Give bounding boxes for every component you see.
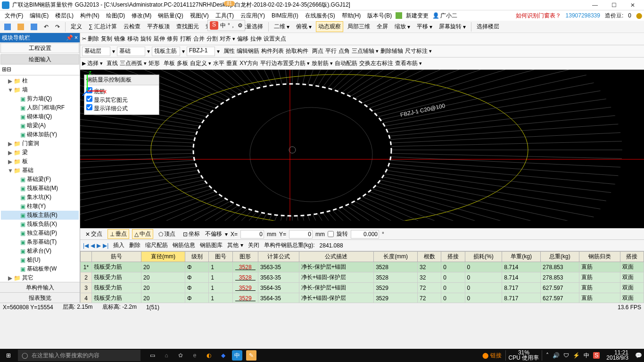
- taskbar-app-4[interactable]: ◆: [218, 350, 228, 361]
- ime-settings-icon[interactable]: ⚙: [238, 22, 243, 29]
- two-point-button[interactable]: 两点: [312, 47, 323, 55]
- multi-board-button[interactable]: 多板: [177, 59, 188, 67]
- rotate-input[interactable]: [351, 230, 379, 239]
- report-preview-button[interactable]: 报表预览: [0, 292, 80, 303]
- rebar-grid[interactable]: 筋号直径(mm)级别图号图形计算公式公式描述长度(mm)根数搭接损耗(%)单重(…: [80, 251, 644, 303]
- tree-node[interactable]: ▼📁基础: [1, 166, 79, 175]
- tray-clock[interactable]: 11:21 2018/9/3: [603, 350, 631, 361]
- trim-button[interactable]: 修剪: [167, 35, 178, 43]
- prev-record-button[interactable]: ◀: [91, 242, 95, 249]
- last-record-button[interactable]: ▶|: [103, 242, 108, 249]
- split-button[interactable]: 分割: [206, 35, 218, 43]
- component-tree[interactable]: ▶📁柱▼📁墙▣剪力墙(Q)▣人防门框墙(RF▣砌体墙(Q)▣暗梁(A)▣砌体加筋…: [0, 75, 80, 282]
- stretch-button[interactable]: 拉伸: [250, 35, 262, 43]
- component-type-combo[interactable]: 筏板主筋: [152, 47, 180, 56]
- rotate-check[interactable]: [328, 231, 334, 237]
- three-point-axis-button[interactable]: 三点辅轴 ▾: [352, 47, 379, 55]
- vertical-button[interactable]: 垂直: [226, 59, 238, 67]
- view-rebar-layout-button[interactable]: 查看布筋 ▾: [395, 59, 422, 67]
- extend-button[interactable]: 延伸: [154, 35, 165, 43]
- tree-node[interactable]: ▼📁墙: [1, 85, 79, 94]
- tip-link[interactable]: 如何识别门窗表？: [516, 12, 561, 20]
- menu-component[interactable]: 构件(N): [77, 11, 102, 21]
- menu-tool[interactable]: 工具(T): [213, 11, 237, 21]
- close-rebar-button[interactable]: 关闭: [248, 241, 259, 249]
- grip-button[interactable]: 设置夹点: [264, 35, 286, 43]
- taskbar-search[interactable]: ◯ 在这里输入你要搜索的内容: [18, 350, 140, 361]
- ime-toolbar[interactable]: S 中 °， ⚙: [207, 20, 245, 31]
- fullscreen-button[interactable]: 全屏: [374, 21, 390, 32]
- pin-icon[interactable]: 📌 ×: [66, 34, 78, 41]
- layer-combo[interactable]: 基础层: [82, 47, 110, 56]
- menu-version[interactable]: 版本号(B): [364, 11, 395, 21]
- tree-node[interactable]: ▣基础板带(W: [1, 264, 79, 273]
- offset-button[interactable]: 偏移: [237, 35, 248, 43]
- open-button[interactable]: [15, 22, 26, 32]
- taskbar-app-1[interactable]: ⌂: [161, 350, 172, 361]
- snap-midpoint[interactable]: △ 中点: [132, 229, 153, 239]
- tree-node[interactable]: ▶📁柱: [1, 76, 79, 85]
- scale-rebar-button[interactable]: 缩尺配筋: [145, 241, 168, 249]
- property-button[interactable]: 属性: [223, 47, 235, 55]
- dynamic-view-button[interactable]: 动态观察: [316, 21, 343, 32]
- zoom-button[interactable]: 缩放 ▾: [392, 21, 413, 32]
- break-button[interactable]: 打断: [180, 35, 191, 43]
- taskbar-app-3[interactable]: ◐: [204, 350, 214, 361]
- first-record-button[interactable]: |◀: [83, 242, 89, 249]
- tree-node[interactable]: ▣筏板基础(M): [1, 184, 79, 193]
- rebar-library-button[interactable]: 钢筋图库: [200, 241, 223, 249]
- category-combo[interactable]: 基础: [117, 47, 145, 56]
- 3d-viewport[interactable]: FBZJ-1 C20@100 // draw radial lines (fun…: [80, 70, 644, 228]
- tree-node[interactable]: ▣砌体加筋(Y): [1, 130, 79, 139]
- dimension-button[interactable]: 尺寸标注 ▾: [405, 47, 432, 55]
- taskbar-app-5[interactable]: ✎: [246, 350, 256, 361]
- tree-node[interactable]: ▣独立基础(P): [1, 229, 79, 238]
- delete-row-button[interactable]: 删除: [129, 241, 140, 249]
- arc-button[interactable]: 三点画弧 ▾: [120, 59, 147, 67]
- tree-node[interactable]: ▣桩承台(V): [1, 247, 79, 255]
- tree-node[interactable]: ▶📁其它: [1, 273, 79, 282]
- line-button[interactable]: 直线: [107, 59, 118, 67]
- tree-node[interactable]: ▶📁门窗洞: [1, 139, 79, 148]
- ime-s-icon[interactable]: S: [210, 21, 218, 30]
- tree-node[interactable]: ▣筏板负筋(X): [1, 220, 79, 229]
- define-button[interactable]: 定义: [68, 21, 84, 32]
- taskbar-app-2[interactable]: ✿: [175, 350, 186, 361]
- notifications-icon[interactable]: 💬: [635, 352, 642, 359]
- draw-input-button[interactable]: 绘图输入: [0, 54, 79, 65]
- snap-intersection[interactable]: ✕ 交点: [83, 229, 105, 239]
- user-name[interactable]: 广小二: [440, 12, 457, 20]
- align-top-button[interactable]: 平齐板顶: [145, 21, 172, 32]
- tree-node[interactable]: ▣暗梁(A): [1, 121, 79, 130]
- tree-node[interactable]: ▣砌体墙(Q): [1, 112, 79, 121]
- component-name-combo[interactable]: FBZJ-1: [187, 47, 215, 56]
- menu-edit[interactable]: 编辑(E): [27, 11, 51, 21]
- link-status[interactable]: ⬤ 链接: [482, 352, 501, 360]
- offset-combo[interactable]: 不偏移: [205, 230, 222, 238]
- delete-axis-button[interactable]: 删除辅轴: [380, 47, 403, 55]
- undo-button[interactable]: ↶: [41, 22, 51, 32]
- tree-node[interactable]: ▣柱墩(Y): [1, 202, 79, 211]
- 2d-button[interactable]: 二维 ▾: [272, 21, 292, 32]
- expand-all-icon[interactable]: ⊞⊟: [2, 66, 11, 73]
- taskbar-ggj-icon[interactable]: 中: [232, 350, 242, 361]
- mirror-button[interactable]: 镜像: [114, 35, 125, 43]
- snap-vertex[interactable]: ⬠ 顶点: [156, 229, 178, 239]
- redo-button[interactable]: ↷: [53, 22, 62, 32]
- menu-floor[interactable]: 楼层(L): [52, 11, 76, 21]
- edit-rebar-button[interactable]: 编辑钢筋: [237, 47, 259, 55]
- account-number[interactable]: 13907298339: [566, 12, 600, 19]
- merge-button[interactable]: 合并: [193, 35, 205, 43]
- menu-help[interactable]: 帮助(H): [339, 11, 364, 21]
- ime-zh[interactable]: 中: [220, 22, 226, 30]
- menu-modify[interactable]: 修改(M): [129, 11, 154, 21]
- tree-node[interactable]: ▣剪力墙(Q): [1, 94, 79, 103]
- point-angle-button[interactable]: 点角: [339, 47, 350, 55]
- menu-draw[interactable]: 绘图(D): [103, 11, 128, 21]
- delete-button[interactable]: ✂ 删除: [82, 35, 99, 43]
- horizontal-button[interactable]: 水平: [213, 59, 224, 67]
- single-board-button[interactable]: 单板: [164, 59, 175, 67]
- snap-coord[interactable]: ⊡ 坐标: [181, 229, 202, 239]
- insert-row-button[interactable]: 插入: [113, 241, 124, 249]
- rect-button[interactable]: 矩形: [149, 59, 160, 67]
